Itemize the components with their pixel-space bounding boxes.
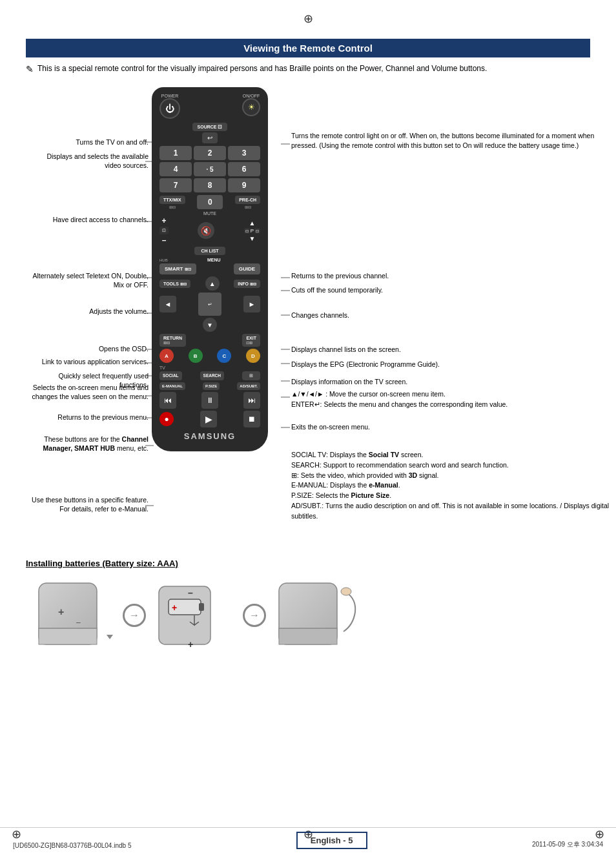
- ch-down-button[interactable]: ▼: [249, 235, 255, 242]
- stop-button[interactable]: ⏹: [243, 411, 260, 427]
- 3d-button[interactable]: ⊞: [242, 371, 260, 380]
- rewind-button[interactable]: ⏮: [159, 392, 176, 409]
- ann-osd-label: Opens the OSD.: [29, 344, 149, 353]
- svg-rect-28: [199, 603, 204, 611]
- battery-step2-svg: + – +: [152, 580, 236, 651]
- num-2-button[interactable]: 2: [194, 146, 226, 160]
- battery-step-2: + – +: [152, 580, 236, 651]
- source-return-button[interactable]: ↩: [202, 132, 218, 143]
- power-label: POWER: [161, 94, 178, 98]
- return-button[interactable]: RETURN ⊞⊟: [159, 334, 186, 347]
- remote-control: POWER ⏻ ON/OFF ☀ SOURCE: [152, 87, 274, 451]
- num-4-button[interactable]: 4: [159, 162, 192, 176]
- battery-title: Installing batteries (Battery size: AAA): [26, 559, 590, 568]
- svg-text:+: +: [58, 606, 64, 617]
- battery-step3-svg: [272, 580, 363, 651]
- color-b-button[interactable]: B: [189, 349, 203, 363]
- nav-enter-button[interactable]: ↵: [198, 293, 221, 316]
- exit-button[interactable]: EXIT ⊡⊞: [242, 334, 260, 347]
- ttx-mix-button[interactable]: TTX/MIX: [159, 196, 185, 204]
- svg-text:+: +: [172, 602, 177, 613]
- play-button[interactable]: ▶: [200, 411, 217, 427]
- tv-label: TV: [159, 365, 260, 370]
- intro-note: ✎ This is a special remote control for t…: [26, 64, 590, 74]
- ann-nav-text: ▲/▼/◄/► : Move the cursor on-screen menu…: [291, 389, 614, 410]
- footer-right-text: 2011-05-09 오후 3:04:34: [532, 840, 603, 849]
- pause-button[interactable]: ⏸: [201, 392, 218, 409]
- svg-point-35: [341, 588, 351, 595]
- ann-chlist-text: Displays channel lists on the screen.: [291, 345, 401, 353]
- ch-indicator2: ⊡: [254, 228, 260, 234]
- vol-down-button[interactable]: –: [162, 236, 167, 245]
- ch-up-button[interactable]: ▲: [249, 220, 255, 227]
- ann-ttx-label: Alternately select Teletext ON, Double, …: [29, 271, 149, 289]
- fast-forward-button[interactable]: ⏭: [243, 392, 260, 409]
- vol-up-button[interactable]: +: [161, 216, 166, 225]
- num-8-button[interactable]: 8: [194, 178, 226, 192]
- num-9-button[interactable]: 9: [228, 178, 260, 192]
- ann-ch-change-text: Changes channels.: [291, 311, 349, 319]
- ch-indicator: ⊡: [244, 228, 250, 234]
- color-a-button[interactable]: A: [159, 349, 174, 363]
- top-binding-mark: ⊕: [303, 12, 313, 26]
- mute-button[interactable]: 🔇: [198, 222, 214, 239]
- p-label: P: [251, 228, 254, 234]
- ann-social-text: SOCIAL TV: Displays the Social TV screen…: [291, 450, 614, 521]
- prech-button[interactable]: PRE-CH: [235, 196, 260, 204]
- ann-mute-text: Cuts off the sound temporarily.: [291, 286, 383, 294]
- ann-source-label: Displays and selects the available video…: [29, 152, 149, 170]
- battery-step-1: + –: [26, 580, 116, 651]
- num-1-button[interactable]: 1: [159, 146, 192, 160]
- samsung-logo: SAMSUNG: [159, 431, 260, 441]
- power-button[interactable]: ⏻: [159, 98, 180, 119]
- pencil-icon: ✎: [26, 64, 34, 74]
- psize-button[interactable]: P.SIZE: [203, 382, 220, 390]
- ann-return-label: Returns to the previous menu.: [29, 413, 149, 422]
- left-annotations-panel: Turns the TV on and off. Displays and se…: [26, 81, 155, 546]
- ann-vol-label: Adjusts the volume.: [29, 307, 149, 316]
- color-buttons-row: A B C D: [159, 349, 260, 363]
- ann-menu-label: Selects the on-screen menu items and cha…: [29, 383, 149, 401]
- battery-section: Installing batteries (Battery size: AAA): [26, 559, 590, 657]
- onoff-button[interactable]: ☀: [242, 98, 260, 116]
- source-button[interactable]: SOURCE ⊡: [192, 123, 228, 131]
- nav-down-button[interactable]: ▼: [203, 318, 217, 332]
- battery-images-row: + – → + – +: [26, 573, 590, 657]
- tools-button[interactable]: TOOLS ⊞⊟: [159, 280, 190, 288]
- num-5-button[interactable]: · 5: [194, 162, 226, 176]
- nav-left-button[interactable]: ◄: [159, 296, 176, 313]
- battery-arrow-2: →: [243, 604, 266, 627]
- nav-up-button[interactable]: ▲: [205, 276, 220, 291]
- ann-epg-text: Displays the EPG (Electronic Programme G…: [291, 360, 614, 369]
- intro-text: This is a special remote control for the…: [37, 64, 487, 74]
- ann-channels-label: Have direct access to channels.: [29, 215, 149, 224]
- num-0-button[interactable]: 0: [197, 195, 223, 209]
- record-button[interactable]: ●: [159, 412, 174, 426]
- footer-left-text: [UD6500-ZG]BN68-03776B-00L04.indb 5: [13, 842, 131, 849]
- svg-text:–: –: [76, 618, 81, 627]
- svg-text:+: +: [188, 639, 193, 650]
- ch-list-button[interactable]: CH LIST: [194, 247, 225, 255]
- nav-right-button[interactable]: ►: [243, 296, 260, 313]
- search-button[interactable]: SEARCH: [200, 371, 224, 380]
- info-button[interactable]: INFO ⊞⊟: [234, 280, 260, 288]
- guide-button[interactable]: GUIDE: [234, 263, 260, 274]
- right-annotations-panel: Turns the remote control light on or off…: [281, 81, 616, 546]
- ann-power-label: Turns the TV on and off.: [29, 138, 149, 147]
- menu-label: MENU: [168, 258, 260, 262]
- color-c-button[interactable]: C: [217, 349, 231, 363]
- social-button[interactable]: SOCIAL: [159, 371, 182, 380]
- adsubt-button[interactable]: AD/SUBT.: [237, 382, 260, 390]
- num-7-button[interactable]: 7: [159, 178, 192, 192]
- smart-button[interactable]: SMART ⊞⊡: [159, 263, 196, 274]
- ann-specific-label: Use these buttons in a specific feature.…: [29, 495, 149, 513]
- emanual-button[interactable]: E-MANUAL: [159, 382, 185, 390]
- ann-info-text: Displays information on the TV screen.: [291, 378, 407, 385]
- ann-exit-text: Exits the on-screen menu.: [291, 423, 370, 431]
- battery-step-3: [272, 580, 363, 651]
- num-3-button[interactable]: 3: [228, 146, 260, 160]
- num-6-button[interactable]: 6: [228, 162, 260, 176]
- page-title: Viewing the Remote Control: [26, 39, 590, 57]
- mute-label: MUTE: [159, 211, 260, 216]
- color-d-button[interactable]: D: [246, 349, 260, 363]
